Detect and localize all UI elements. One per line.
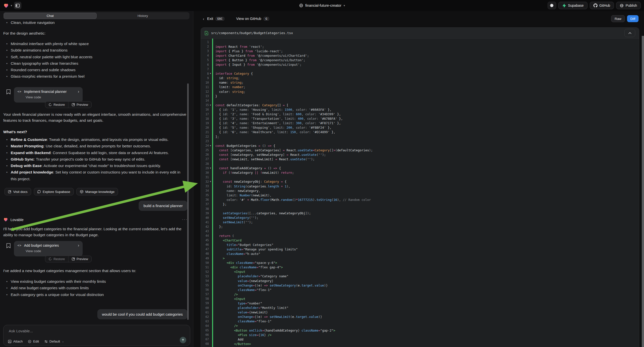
restore-button[interactable]: Restore (45, 102, 68, 108)
tab-chat[interactable]: Chat (4, 13, 96, 19)
version-card-header: <> Add budget categories › (18, 243, 79, 248)
exit-button[interactable]: Exit (207, 17, 213, 21)
version-card-add-budget-categories[interactable]: <> Add budget categories › View code (14, 241, 83, 256)
diff-toggle-button[interactable]: Diff (627, 15, 638, 22)
view-on-github-link[interactable]: View on GitHub (236, 17, 261, 21)
restore-icon (48, 103, 52, 106)
code-line-content: const BudgetCategories = () => { (215, 144, 275, 148)
code-line: 25 const [categories, setCategories] = R… (201, 148, 639, 152)
code-line-content: const [newCategory, setNewCategory] = Re… (215, 153, 326, 156)
line-number: 37 (201, 202, 209, 206)
preview-button[interactable]: Preview (68, 102, 91, 108)
code-line: 5import { Button } from '@/components/ui… (201, 58, 639, 62)
external-link-icon (72, 258, 75, 260)
code-line: 65 <Button onClick={handleAddCategory} c… (201, 328, 639, 332)
list-item: View existing budget categories with the… (3, 278, 187, 285)
lovable-heart-logo[interactable] (3, 3, 9, 8)
file-header[interactable]: src/components/budget/BudgetCategories.t… (201, 28, 639, 38)
prompt-input-box[interactable]: Ask Lovable... Attach Edit (3, 325, 190, 346)
topbar-left: ▾ (3, 0, 22, 11)
added-file-icon (205, 31, 208, 35)
explore-supabase-button[interactable]: Explore Supabase (34, 188, 74, 196)
code-line-content: const handleAddCategory = () => { (215, 166, 281, 170)
line-number: 7 (201, 68, 209, 71)
code-line-content: import { Button } from '@/components/ui/… (215, 58, 305, 62)
attach-button[interactable]: Attach (8, 340, 23, 343)
more-options-icon[interactable]: ··· (182, 217, 188, 222)
code-line: 6import { Input } from '@/components/ui/… (201, 62, 639, 67)
code-header-right: Raw Diff (611, 15, 638, 22)
preview-button[interactable]: Preview (68, 256, 91, 262)
code-line-content: subtitle="Manage your spending limits" (215, 248, 298, 251)
list-item: Subtle animations and transitions (3, 47, 187, 54)
line-number: 30 (201, 171, 209, 174)
supabase-button[interactable]: Supabase (558, 2, 587, 9)
globe-icon (299, 4, 303, 8)
code-line: 35 limit: Number(newLimit), (201, 193, 639, 198)
bookmark-icon[interactable] (6, 89, 11, 94)
model-selector[interactable]: Default ⌄ (44, 340, 64, 343)
line-number: 1 (201, 40, 209, 44)
preview-label: Preview (77, 103, 88, 106)
edit-label: Edit (33, 340, 39, 343)
line-number: 3 (201, 49, 209, 53)
code-line: 14 (201, 98, 639, 103)
publish-button[interactable]: Publish (616, 2, 641, 9)
code-line: 32▼ const newCategoryObj: Category = { (201, 180, 639, 184)
fold-chevron-icon[interactable]: ▼ (209, 72, 212, 75)
tab-history[interactable]: History (96, 13, 189, 19)
code-scrollbar[interactable] (642, 36, 644, 347)
bookmark-icon[interactable] (6, 243, 11, 248)
toggle-sidebar-button[interactable] (14, 2, 22, 9)
version-card-title: Add budget categories (24, 244, 59, 248)
arrow-up-icon (182, 338, 184, 342)
restore-button-disabled[interactable]: Restore (45, 256, 68, 262)
code-line: 55 onChange={(e) => setNewCategory(e.tar… (201, 283, 639, 288)
code-icon: <> (18, 244, 22, 247)
code-line-content: color: '#' + Math.floor(Math.random()*16… (215, 198, 371, 202)
chevron-right-icon[interactable]: › (78, 243, 79, 248)
view-code-link[interactable]: View code (26, 95, 79, 99)
sidebar-panel-icon (16, 4, 20, 8)
settings-button[interactable] (548, 2, 556, 9)
code-editor[interactable]: 12import React from 'react';3import { Pl… (201, 38, 639, 347)
code-line: 16 { id: '1', name: 'Housing', limit: 15… (201, 107, 639, 112)
fold-chevron-icon[interactable]: ▼ (209, 104, 212, 106)
restore-preview-toolbar: Restore Preview (45, 256, 92, 262)
chevron-down-icon[interactable]: ▾ (11, 4, 12, 7)
code-line: 17 { id: '2', name: 'Food & Dining', lim… (201, 112, 639, 116)
fold-chevron-icon[interactable]: ▼ (209, 144, 212, 147)
chat-scrollbar[interactable] (187, 84, 189, 320)
fold-chevron-icon[interactable]: ▼ (209, 180, 212, 183)
edit-mode-button[interactable]: Edit (28, 340, 39, 343)
manage-knowledge-button[interactable]: Manage knowledge (76, 188, 118, 196)
line-number: 22 (201, 135, 209, 138)
list-item: Soft, neutral color palette with light b… (3, 54, 187, 60)
github-button[interactable]: GitHub (590, 2, 614, 9)
project-switcher[interactable]: financial-future-creator ▾ (299, 0, 345, 11)
view-code-link[interactable]: View code (26, 249, 79, 253)
chevron-left-icon[interactable]: ‹ (203, 17, 204, 21)
code-line: 13} (201, 94, 639, 98)
code-line-content: if (!newCategory || !newLimit) return; (215, 171, 294, 174)
chevron-right-icon[interactable]: › (78, 89, 79, 94)
code-line-content: Add (215, 338, 244, 341)
version-card-implement-financial-planner[interactable]: <> Implement financial planner › View co… (14, 87, 83, 102)
visit-docs-button[interactable]: Visit docs (4, 188, 31, 196)
line-number: 48 (201, 252, 209, 256)
code-line: 2import React from 'react'; (201, 44, 639, 49)
code-line: 15▼const defaultCategories: Category[] =… (201, 103, 639, 107)
fold-chevron-icon[interactable]: ▼ (209, 167, 212, 169)
line-number: 36 (201, 198, 209, 202)
line-number: 29 (201, 166, 209, 170)
collapse-file-button[interactable] (624, 29, 635, 37)
code-line: 62 onChange={(e) => setNewLimit(e.target… (201, 315, 639, 319)
code-line-content: className="h-auto" (215, 252, 260, 256)
code-line-content: import React from 'react'; (215, 45, 264, 48)
raw-toggle-button[interactable]: Raw (611, 15, 625, 22)
code-line: 11 limit: number; (201, 85, 639, 89)
send-button[interactable] (180, 337, 186, 343)
code-line-content: } (215, 94, 217, 98)
line-number: 66 (201, 333, 209, 336)
line-number: 11 (201, 86, 209, 89)
